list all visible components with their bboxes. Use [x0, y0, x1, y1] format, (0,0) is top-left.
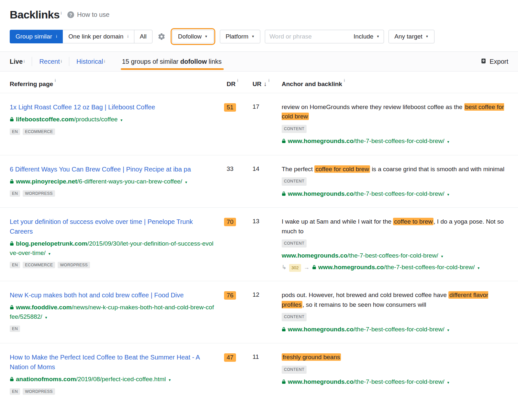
chevron-down-icon: ▼ [376, 35, 379, 38]
referring-page-title-link[interactable]: How to Make the Perfect Iced Coffee to B… [10, 354, 200, 370]
include-dropdown[interactable]: Include▼ [354, 33, 379, 40]
word-or-phrase-input[interactable] [269, 33, 354, 40]
url-domain: www.homegrounds.co [288, 326, 354, 333]
backlink-url[interactable]: www.homegrounds.co/the-7-best-coffees-fo… [282, 137, 508, 146]
referring-page-url[interactable]: lifeboostcoffee.com/products/coffee▼ [10, 115, 215, 124]
referring-page-title-link[interactable]: New K-cup makes both hot and cold brew c… [10, 292, 184, 299]
lock-icon [10, 375, 14, 384]
backlink-url[interactable]: www.homegrounds.co/the-7-best-coffees-fo… [282, 325, 508, 334]
dr-cell: 70 [227, 217, 253, 272]
group-similar-label: Group similar [16, 33, 52, 40]
lock-icon [10, 115, 14, 124]
lock-icon [282, 325, 286, 334]
referring-page-url[interactable]: www.fooddive.com/news/new-k-cup-makes-bo… [10, 303, 215, 321]
dr-cell: 47 [227, 352, 253, 395]
backlink-url[interactable]: www.homegrounds.co/the-7-best-coffees-fo… [282, 189, 508, 199]
redirect-code-badge: 302 [289, 264, 301, 272]
chevron-down-icon[interactable]: ▼ [447, 193, 450, 196]
anchor-cell: The perfect coffee for cold brew is a co… [282, 164, 508, 198]
col-ur[interactable]: UR↓i [253, 81, 282, 88]
dr-value: 33 [227, 165, 233, 172]
anchor-text: The perfect coffee for cold brew is a co… [282, 164, 508, 174]
dr-value: 51 [224, 103, 236, 112]
link-grouping-control: Group similari One link per domaini All [10, 30, 152, 43]
dr-cell: 51 [227, 102, 253, 146]
results-summary: 15 groups of similar dofollow links [122, 58, 222, 65]
lock-icon [312, 263, 316, 272]
referring-page-title-link[interactable]: Let your definition of success evolve ov… [10, 218, 193, 235]
how-to-use-link[interactable]: ? How to use [67, 11, 109, 18]
tab-live[interactable]: Livei [10, 57, 32, 66]
dr-value: 70 [224, 218, 236, 226]
settings-gear-icon[interactable] [158, 33, 165, 40]
backlink-urls: www.homegrounds.co/the-7-best-coffees-fo… [282, 189, 508, 199]
backlinks-report: Backlinksi ? How to use Group similari O… [0, 0, 518, 404]
lock-icon [10, 303, 14, 312]
backlink-urls: www.homegrounds.co/the-7-best-coffees-fo… [282, 377, 508, 387]
anchor-highlight: freshly ground beans [282, 353, 341, 361]
dr-cell: 76 [227, 290, 253, 334]
ur-value: 11 [253, 352, 282, 395]
chevron-down-icon[interactable]: ▼ [185, 181, 188, 184]
dofollow-dropdown[interactable]: Dofollow▼ [172, 30, 214, 43]
content-badge: CONTENT [282, 239, 307, 248]
tab-historical[interactable]: Historicali [69, 57, 112, 66]
referring-page-url[interactable]: blog.penelopetrunk.com/2015/09/30/let-yo… [10, 239, 215, 258]
backlink-row: 1x Light Roast Coffee 12 oz Bag | Lifebo… [0, 93, 518, 155]
backlink-url[interactable]: www.homegrounds.co/the-7-best-coffees-fo… [282, 377, 508, 387]
ur-value: 17 [253, 102, 282, 146]
url-path: /the-7-best-coffees-for-cold-brew/ [354, 326, 445, 333]
chevron-down-icon[interactable]: ▼ [447, 140, 450, 144]
any-target-dropdown[interactable]: Any target▼ [388, 30, 434, 43]
chevron-down-icon: ▼ [425, 35, 429, 38]
col-dr[interactable]: DRi [227, 81, 253, 88]
referring-page-url[interactable]: www.pinoyrecipe.net/6-different-ways-you… [10, 177, 215, 186]
referring-page-title-link[interactable]: 6 Different Ways You Can Brew Coffee | P… [10, 166, 191, 173]
lock-icon [10, 239, 14, 249]
col-anchor-and-backlink[interactable]: Anchor and backlinki [282, 81, 508, 88]
url-path: /6-different-ways-you-can-brew-coffee/ [77, 178, 182, 185]
chevron-down-icon[interactable]: ▼ [447, 381, 450, 384]
referring-page-url[interactable]: anationofmoms.com/2019/08/perfect-iced-c… [10, 375, 215, 384]
page-badges: ENECOMMERCEWORDPRESS [10, 262, 215, 268]
backlink-row: 6 Different Ways You Can Brew Coffee | P… [0, 155, 518, 207]
backlink-row: How to Make the Perfect Iced Coffee to B… [0, 343, 518, 404]
how-to-use-label: How to use [77, 11, 109, 18]
page-badge: ECOMMERCE [23, 262, 55, 268]
table-header: Referring pagei DRi UR↓i Anchor and back… [0, 72, 518, 93]
group-similar-button[interactable]: Group similari [10, 30, 63, 43]
one-link-per-domain-button[interactable]: One link per domaini [62, 30, 134, 43]
anchor-text: I wake up at 5am and while I wait for th… [282, 217, 508, 236]
chevron-down-icon[interactable]: ▼ [477, 266, 480, 270]
platform-dropdown[interactable]: Platform▼ [220, 30, 261, 43]
platform-label: Platform [226, 33, 249, 40]
chevron-down-icon[interactable]: ▼ [44, 316, 48, 319]
chevron-down-icon[interactable]: ▼ [168, 378, 171, 382]
word-or-phrase-filter: Include▼ [265, 30, 384, 43]
chevron-down-icon[interactable]: ▼ [120, 118, 123, 122]
referring-page-title-link[interactable]: 1x Light Roast Coffee 12 oz Bag | Lifebo… [10, 104, 155, 111]
include-label: Include [354, 33, 373, 40]
lock-icon [282, 189, 286, 199]
export-icon [481, 58, 486, 65]
page-badge: EN [10, 190, 20, 197]
anchor-text-segment: pods out. However, hot brewed and cold b… [282, 292, 448, 298]
backlink-url[interactable]: ↳302→www.homegrounds.co/the-7-best-coffe… [282, 263, 508, 272]
tab-recent[interactable]: Recenti [32, 57, 69, 66]
col-dr-label: DR [227, 81, 235, 88]
anchor-text-segment: review on HomeGrounds where they review … [282, 104, 464, 110]
col-referring-page[interactable]: Referring pagei [10, 81, 227, 88]
all-links-button[interactable]: All [134, 30, 152, 43]
export-label: Export [490, 58, 508, 65]
url-path: /the-7-best-coffees-for-cold-brew/ [384, 264, 475, 271]
url-path: /the-7-best-coffees-for-cold-brew/ [354, 190, 445, 197]
ur-value: 14 [253, 164, 282, 198]
backlink-url[interactable]: www.homegrounds.co/the-7-best-coffees-fo… [282, 251, 508, 260]
anchor-text-segment: is a coarse grind that is smooth and wit… [370, 166, 504, 172]
chevron-down-icon[interactable]: ▼ [447, 328, 450, 332]
export-button[interactable]: Export [481, 58, 508, 65]
chevron-down-icon[interactable]: ▼ [48, 252, 51, 256]
content-badge: CONTENT [282, 125, 307, 133]
chevron-down-icon[interactable]: ▼ [441, 255, 444, 258]
page-badge: EN [10, 262, 20, 268]
